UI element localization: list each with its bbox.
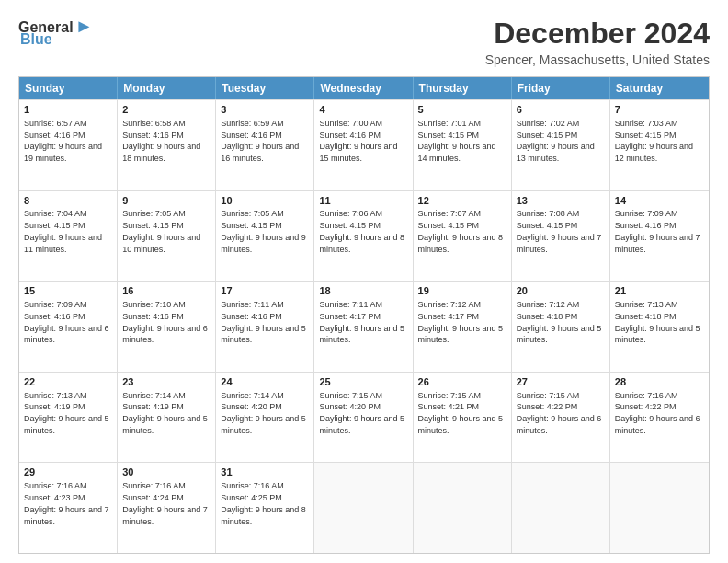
sunrise-text: Sunrise: 7:11 AM (319, 300, 382, 309)
sunrise-text: Sunrise: 6:58 AM (122, 119, 186, 128)
daylight-text: Daylight: 9 hours and 5 minutes. (319, 414, 404, 435)
sunset-text: Sunset: 4:15 PM (517, 131, 578, 140)
day-number: 30 (122, 465, 210, 479)
sunset-text: Sunset: 4:16 PM (122, 131, 184, 140)
day-cell-31: 31Sunrise: 7:16 AMSunset: 4:25 PMDayligh… (216, 463, 314, 553)
sunset-text: Sunset: 4:15 PM (418, 221, 480, 230)
sunrise-text: Sunrise: 7:01 AM (418, 119, 482, 128)
day-cell-17: 17Sunrise: 7:11 AMSunset: 4:16 PMDayligh… (216, 282, 314, 372)
header: General► Blue December 2024 Spencer, Mas… (18, 17, 710, 67)
day-number: 17 (221, 284, 309, 298)
day-cell-24: 24Sunrise: 7:14 AMSunset: 4:20 PMDayligh… (216, 373, 314, 463)
day-number: 26 (418, 375, 506, 389)
daylight-text: Daylight: 9 hours and 19 minutes. (24, 142, 102, 163)
sunrise-text: Sunrise: 7:16 AM (615, 391, 678, 400)
day-cell-10: 10Sunrise: 7:05 AMSunset: 4:15 PMDayligh… (216, 191, 314, 282)
page: General► Blue December 2024 Spencer, Mas… (0, 0, 728, 563)
sunrise-text: Sunrise: 7:13 AM (615, 300, 678, 309)
sunrise-text: Sunrise: 6:57 AM (24, 119, 87, 128)
sunset-text: Sunset: 4:15 PM (122, 221, 184, 230)
sunset-text: Sunset: 4:15 PM (517, 221, 578, 230)
calendar-body: 1Sunrise: 6:57 AMSunset: 4:16 PMDaylight… (19, 99, 709, 553)
day-number: 29 (24, 465, 112, 479)
day-number: 22 (24, 375, 112, 389)
daylight-text: Daylight: 9 hours and 5 minutes. (221, 414, 306, 435)
day-cell-6: 6Sunrise: 7:02 AMSunset: 4:15 PMDaylight… (512, 100, 610, 190)
daylight-text: Daylight: 9 hours and 7 minutes. (122, 505, 208, 526)
sunset-text: Sunset: 4:23 PM (24, 493, 85, 502)
header-day-sunday: Sunday (19, 77, 118, 99)
sunrise-text: Sunrise: 7:05 AM (221, 209, 284, 218)
sunset-text: Sunset: 4:24 PM (122, 493, 184, 502)
sunrise-text: Sunrise: 7:16 AM (122, 481, 186, 490)
main-title: December 2024 (485, 17, 710, 51)
daylight-text: Daylight: 9 hours and 15 minutes. (319, 142, 397, 163)
day-number: 5 (418, 103, 506, 117)
sunset-text: Sunset: 4:17 PM (418, 312, 480, 321)
sunrise-text: Sunrise: 7:16 AM (24, 481, 87, 490)
day-number: 14 (615, 194, 704, 208)
sunrise-text: Sunrise: 7:15 AM (418, 391, 482, 400)
day-cell-8: 8Sunrise: 7:04 AMSunset: 4:15 PMDaylight… (19, 191, 118, 282)
sunrise-text: Sunrise: 7:07 AM (418, 209, 482, 218)
day-cell-4: 4Sunrise: 7:00 AMSunset: 4:16 PMDaylight… (314, 100, 413, 190)
daylight-text: Daylight: 9 hours and 8 minutes. (418, 233, 504, 254)
week-row-1: 1Sunrise: 6:57 AMSunset: 4:16 PMDaylight… (19, 99, 709, 190)
sunrise-text: Sunrise: 7:13 AM (24, 391, 87, 400)
day-cell-16: 16Sunrise: 7:10 AMSunset: 4:16 PMDayligh… (118, 282, 216, 372)
day-number: 9 (122, 194, 210, 208)
daylight-text: Daylight: 9 hours and 6 minutes. (24, 324, 109, 345)
day-number: 24 (221, 375, 309, 389)
sunset-text: Sunset: 4:15 PM (418, 131, 480, 140)
day-cell-3: 3Sunrise: 6:59 AMSunset: 4:16 PMDaylight… (216, 100, 314, 190)
calendar-header: SundayMondayTuesdayWednesdayThursdayFrid… (19, 77, 709, 99)
day-number: 11 (319, 194, 407, 208)
day-number: 4 (319, 103, 407, 117)
day-cell-1: 1Sunrise: 6:57 AMSunset: 4:16 PMDaylight… (19, 100, 118, 190)
daylight-text: Daylight: 9 hours and 5 minutes. (418, 324, 504, 345)
daylight-text: Daylight: 9 hours and 14 minutes. (418, 142, 496, 163)
sunset-text: Sunset: 4:19 PM (122, 402, 184, 411)
header-day-friday: Friday (512, 77, 610, 99)
sunrise-text: Sunrise: 7:14 AM (221, 391, 284, 400)
daylight-text: Daylight: 9 hours and 10 minutes. (122, 233, 200, 254)
sunrise-text: Sunrise: 7:15 AM (517, 391, 580, 400)
day-number: 31 (221, 465, 309, 479)
sunrise-text: Sunrise: 7:15 AM (319, 391, 382, 400)
sunrise-text: Sunrise: 7:06 AM (319, 209, 382, 218)
day-cell-29: 29Sunrise: 7:16 AMSunset: 4:23 PMDayligh… (19, 463, 118, 553)
daylight-text: Daylight: 9 hours and 7 minutes. (615, 233, 700, 254)
day-cell-23: 23Sunrise: 7:14 AMSunset: 4:19 PMDayligh… (118, 373, 216, 463)
sunset-text: Sunset: 4:22 PM (615, 402, 677, 411)
sunrise-text: Sunrise: 7:05 AM (122, 209, 186, 218)
empty-cell (610, 463, 709, 553)
day-cell-18: 18Sunrise: 7:11 AMSunset: 4:17 PMDayligh… (314, 282, 413, 372)
sunset-text: Sunset: 4:17 PM (319, 312, 381, 321)
calendar: SundayMondayTuesdayWednesdayThursdayFrid… (18, 76, 710, 554)
sunrise-text: Sunrise: 7:09 AM (615, 209, 678, 218)
day-number: 8 (24, 194, 112, 208)
daylight-text: Daylight: 9 hours and 6 minutes. (517, 414, 602, 435)
sunrise-text: Sunrise: 7:03 AM (615, 119, 678, 128)
day-cell-9: 9Sunrise: 7:05 AMSunset: 4:15 PMDaylight… (118, 191, 216, 282)
day-number: 15 (24, 284, 112, 298)
day-cell-25: 25Sunrise: 7:15 AMSunset: 4:20 PMDayligh… (314, 373, 413, 463)
daylight-text: Daylight: 9 hours and 11 minutes. (24, 233, 102, 254)
sunrise-text: Sunrise: 7:12 AM (418, 300, 482, 309)
day-number: 7 (615, 103, 704, 117)
day-number: 28 (615, 375, 704, 389)
day-number: 20 (517, 284, 605, 298)
daylight-text: Daylight: 9 hours and 12 minutes. (615, 142, 693, 163)
sunrise-text: Sunrise: 7:14 AM (122, 391, 186, 400)
daylight-text: Daylight: 9 hours and 5 minutes. (615, 324, 700, 345)
day-cell-28: 28Sunrise: 7:16 AMSunset: 4:22 PMDayligh… (610, 373, 709, 463)
sunset-text: Sunset: 4:20 PM (319, 402, 381, 411)
header-day-saturday: Saturday (610, 77, 709, 99)
day-number: 12 (418, 194, 506, 208)
day-cell-11: 11Sunrise: 7:06 AMSunset: 4:15 PMDayligh… (314, 191, 413, 282)
empty-cell (512, 463, 610, 553)
daylight-text: Daylight: 9 hours and 7 minutes. (517, 233, 602, 254)
sunrise-text: Sunrise: 7:00 AM (319, 119, 382, 128)
day-cell-30: 30Sunrise: 7:16 AMSunset: 4:24 PMDayligh… (118, 463, 216, 553)
sunset-text: Sunset: 4:15 PM (615, 131, 677, 140)
